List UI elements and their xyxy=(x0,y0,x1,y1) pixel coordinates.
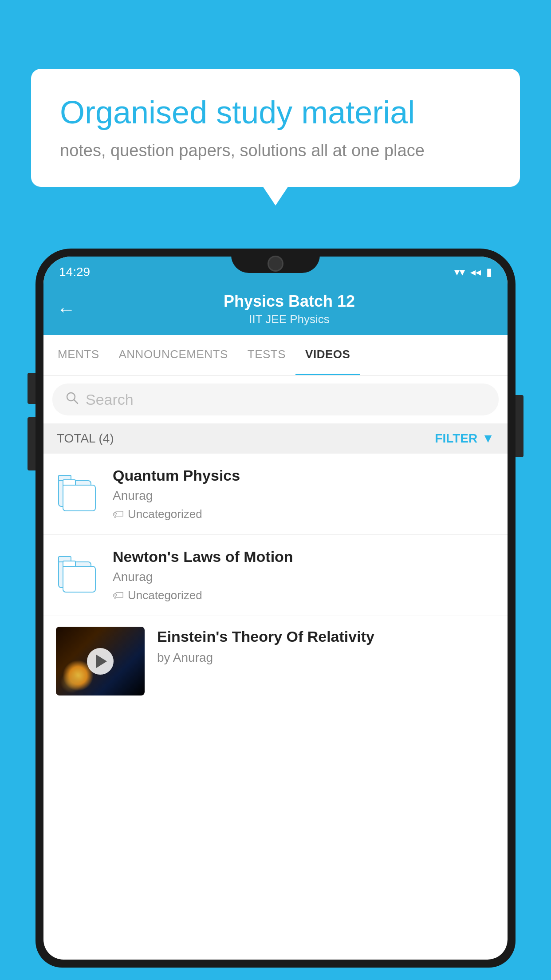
phone-btn-left xyxy=(28,373,35,404)
search-input-wrapper[interactable]: Search xyxy=(52,383,499,415)
video-title: Quantum Physics xyxy=(113,467,495,484)
signal-icon: ◂◂ xyxy=(470,266,481,278)
wifi-icon: ▾▾ xyxy=(454,266,465,278)
speech-bubble: Organised study material notes, question… xyxy=(31,69,520,187)
tab-videos[interactable]: VIDEOS xyxy=(295,335,360,375)
folder-icon xyxy=(58,553,98,593)
video-author: by Anurag xyxy=(157,651,495,665)
video-info: Newton's Laws of Motion Anurag 🏷 Uncateg… xyxy=(113,548,495,602)
thumb-glow2 xyxy=(60,671,83,693)
phone-screen: 14:29 ▾▾ ◂◂ ▮ ← Physics Batch 12 IIT JEE… xyxy=(43,257,508,960)
list-item[interactable]: Quantum Physics Anurag 🏷 Uncategorized xyxy=(43,454,508,535)
header-subtitle: IIT JEE Physics xyxy=(84,312,494,326)
video-title: Einstein's Theory Of Relativity xyxy=(157,627,495,646)
app-header: ← Physics Batch 12 IIT JEE Physics xyxy=(43,284,508,335)
list-item[interactable]: Einstein's Theory Of Relativity by Anura… xyxy=(43,616,508,695)
filter-bar: TOTAL (4) FILTER ▼ xyxy=(43,423,508,454)
phone-outer: 14:29 ▾▾ ◂◂ ▮ ← Physics Batch 12 IIT JEE… xyxy=(35,249,516,968)
search-container: Search xyxy=(43,375,508,423)
speech-bubble-container: Organised study material notes, question… xyxy=(31,69,520,187)
video-info: Quantum Physics Anurag 🏷 Uncategorized xyxy=(113,467,495,521)
play-button[interactable] xyxy=(87,648,114,675)
status-time: 14:29 xyxy=(59,265,90,279)
filter-button[interactable]: FILTER ▼ xyxy=(435,431,494,446)
video-icon-container xyxy=(56,548,100,597)
status-icons: ▾▾ ◂◂ ▮ xyxy=(454,266,492,278)
video-icon-container xyxy=(56,467,100,516)
bubble-subtitle: notes, question papers, solutions all at… xyxy=(60,141,491,160)
filter-funnel-icon: ▼ xyxy=(482,431,494,446)
total-label: TOTAL (4) xyxy=(57,431,114,446)
search-input[interactable]: Search xyxy=(86,391,134,408)
video-tag: 🏷 Uncategorized xyxy=(113,507,495,521)
tab-ments[interactable]: MENTS xyxy=(48,335,109,375)
header-title-section: Physics Batch 12 IIT JEE Physics xyxy=(84,292,494,326)
tabs-bar: MENTS ANNOUNCEMENTS TESTS VIDEOS xyxy=(43,335,508,375)
phone-camera xyxy=(268,256,283,272)
header-title: Physics Batch 12 xyxy=(84,292,494,311)
tab-tests[interactable]: TESTS xyxy=(238,335,295,375)
tab-announcements[interactable]: ANNOUNCEMENTS xyxy=(109,335,238,375)
video-info: Einstein's Theory Of Relativity by Anura… xyxy=(157,627,495,665)
battery-icon: ▮ xyxy=(486,266,492,278)
video-title: Newton's Laws of Motion xyxy=(113,548,495,565)
tag-icon: 🏷 xyxy=(113,589,124,602)
phone-btn-right xyxy=(516,395,523,457)
play-triangle-icon xyxy=(96,655,107,668)
video-author: Anurag xyxy=(113,489,495,503)
tag-label: Uncategorized xyxy=(128,589,202,602)
video-thumbnail xyxy=(56,627,145,695)
tag-icon: 🏷 xyxy=(113,507,124,521)
list-item[interactable]: Newton's Laws of Motion Anurag 🏷 Uncateg… xyxy=(43,535,508,616)
back-button[interactable]: ← xyxy=(57,300,75,319)
folder-icon xyxy=(58,471,98,511)
filter-label: FILTER xyxy=(435,431,477,446)
video-tag: 🏷 Uncategorized xyxy=(113,589,495,602)
search-icon xyxy=(65,391,79,408)
video-author: Anurag xyxy=(113,570,495,584)
phone-btn-left2 xyxy=(28,417,35,470)
phone-frame: 14:29 ▾▾ ◂◂ ▮ ← Physics Batch 12 IIT JEE… xyxy=(35,249,516,980)
svg-line-1 xyxy=(74,400,78,403)
tag-label: Uncategorized xyxy=(128,507,202,521)
bubble-title: Organised study material xyxy=(60,93,491,131)
video-list: Quantum Physics Anurag 🏷 Uncategorized xyxy=(43,454,508,695)
